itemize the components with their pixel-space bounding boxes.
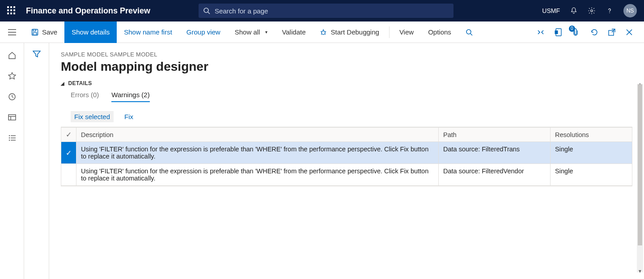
scroll-thumb[interactable] <box>638 84 642 245</box>
attachments-icon[interactable]: 0 <box>572 28 582 36</box>
show-details-button[interactable]: Show details <box>64 21 117 43</box>
cell-resolutions[interactable]: Single <box>551 142 632 164</box>
find-button[interactable] <box>458 21 480 43</box>
col-resolutions[interactable]: Resolutions <box>551 128 632 142</box>
refresh-icon[interactable] <box>590 28 600 36</box>
search-icon <box>203 7 210 14</box>
svg-point-29 <box>8 140 9 141</box>
global-search[interactable] <box>199 4 453 18</box>
cell-description[interactable]: Using 'FILTER' function for the expressi… <box>76 142 439 164</box>
details-section-header[interactable]: ◢ DETAILS <box>61 80 632 86</box>
nav-toggle-icon[interactable] <box>0 29 24 35</box>
svg-line-1 <box>208 12 210 14</box>
svg-line-15 <box>325 34 326 34</box>
home-icon[interactable] <box>8 51 17 60</box>
global-search-input[interactable] <box>215 7 449 15</box>
validate-button[interactable]: Validate <box>275 21 313 43</box>
svg-point-10 <box>322 31 325 34</box>
filter-pane <box>24 43 49 279</box>
page-title: Model mapping designer <box>61 60 632 74</box>
cell-description[interactable]: Using 'FILTER' function for the expressi… <box>76 164 439 186</box>
tab-errors[interactable]: Errors (0) <box>71 91 99 102</box>
svg-rect-9 <box>33 33 37 35</box>
popout-icon[interactable] <box>608 29 618 36</box>
modules-list-icon[interactable] <box>8 133 17 142</box>
attachments-badge: 0 <box>569 26 575 32</box>
details-tabs: Errors (0) Warnings (2) <box>61 91 632 102</box>
separator <box>389 26 390 38</box>
help-icon[interactable] <box>606 7 614 15</box>
group-view-button[interactable]: Group view <box>179 21 228 43</box>
row-select-cell[interactable]: ✓ <box>61 142 76 164</box>
fix-selected-button[interactable]: Fix selected <box>71 111 114 122</box>
save-icon <box>31 29 38 36</box>
svg-line-17 <box>470 34 472 35</box>
collapse-triangle-icon: ◢ <box>61 81 64 86</box>
settings-gear-icon[interactable] <box>588 7 596 15</box>
svg-point-3 <box>609 13 610 13</box>
options-menu[interactable]: Options <box>421 21 458 43</box>
recent-clock-icon[interactable] <box>8 92 17 101</box>
table-row[interactable]: ✓ Using 'FILTER' function for the expres… <box>61 142 632 164</box>
app-launcher-icon[interactable] <box>7 6 16 15</box>
left-nav-rail <box>0 43 24 279</box>
user-avatar[interactable]: NS <box>623 4 637 17</box>
svg-point-16 <box>466 30 471 34</box>
scroll-down-arrow-icon[interactable]: ▼ <box>637 269 643 275</box>
company-picker[interactable]: USMF <box>542 7 560 14</box>
svg-point-27 <box>8 135 9 136</box>
warnings-actions: Fix selected Fix <box>61 111 632 122</box>
select-all-header[interactable]: ✓ <box>61 128 76 142</box>
vertical-scrollbar[interactable]: ▲ ▼ <box>637 84 643 272</box>
checkmark-icon: ✓ <box>66 131 72 138</box>
table-row[interactable]: Using 'FILTER' function for the expressi… <box>61 164 632 186</box>
product-title: Finance and Operations Preview <box>26 6 150 16</box>
svg-point-2 <box>591 10 593 12</box>
tab-warnings[interactable]: Warnings (2) <box>111 91 149 102</box>
svg-rect-19 <box>555 30 558 34</box>
start-debugging-button[interactable]: Start Debugging <box>313 21 386 43</box>
cell-path[interactable]: Data source: FilteredTrans <box>439 142 551 164</box>
content-area: SAMPLE MODEL SAMPLE MODEL Model mapping … <box>49 43 644 279</box>
save-button[interactable]: Save <box>24 21 64 43</box>
action-pane: Save Show details Show name first Group … <box>0 21 644 43</box>
notifications-icon[interactable] <box>570 7 578 15</box>
chevron-down-icon: ▾ <box>265 30 267 34</box>
row-select-cell[interactable] <box>61 164 76 186</box>
cell-path[interactable]: Data source: FilteredVendor <box>439 164 551 186</box>
filter-icon[interactable] <box>33 50 41 279</box>
svg-point-28 <box>8 137 9 138</box>
table-header-row: ✓ Description Path Resolutions <box>61 128 632 142</box>
close-icon[interactable] <box>626 29 636 35</box>
show-all-dropdown[interactable]: Show all▾ <box>228 21 275 43</box>
show-name-first-button[interactable]: Show name first <box>117 21 179 43</box>
col-description[interactable]: Description <box>76 128 439 142</box>
search-icon <box>466 29 473 36</box>
workspaces-icon[interactable] <box>8 113 17 122</box>
cell-resolutions[interactable]: Single <box>551 164 632 186</box>
svg-line-14 <box>321 34 322 34</box>
warnings-grid: ✓ Description Path Resolutions ✓ Using '… <box>61 127 632 186</box>
checkmark-icon: ✓ <box>66 149 72 157</box>
favorites-star-icon[interactable] <box>8 72 17 81</box>
global-nav-bar: Finance and Operations Preview USMF NS <box>0 0 644 21</box>
office-addin-icon[interactable] <box>555 28 564 36</box>
breadcrumb: SAMPLE MODEL SAMPLE MODEL <box>61 51 632 58</box>
svg-point-0 <box>204 8 208 13</box>
debug-icon <box>320 29 327 36</box>
fix-button[interactable]: Fix <box>121 111 137 122</box>
col-path[interactable]: Path <box>439 128 551 142</box>
connector-icon[interactable] <box>537 29 547 35</box>
main-region: SAMPLE MODEL SAMPLE MODEL Model mapping … <box>0 43 644 279</box>
view-menu[interactable]: View <box>392 21 421 43</box>
svg-rect-8 <box>33 29 36 31</box>
svg-rect-24 <box>8 115 16 120</box>
